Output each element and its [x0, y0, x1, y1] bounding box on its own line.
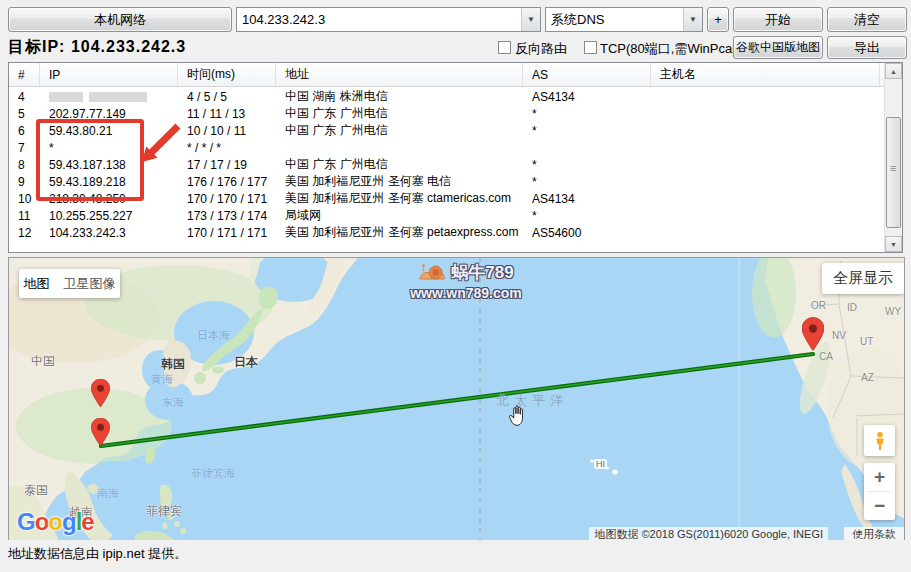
scroll-down-arrow-icon[interactable]: ▼: [885, 236, 902, 252]
dns-select-value: 系统DNS: [546, 11, 683, 29]
table-row[interactable]: 10 218.30.48.250 170 / 170 / 171 美国 加利福尼…: [9, 190, 902, 207]
local-network-button[interactable]: 本机网络: [8, 7, 232, 32]
start-button[interactable]: 开始: [733, 7, 823, 32]
pegman-control[interactable]: [864, 425, 895, 456]
dns-select[interactable]: 系统DNS ▼: [545, 7, 703, 32]
map-pin-california[interactable]: [802, 314, 824, 354]
zoom-out-button[interactable]: −: [864, 492, 895, 520]
map-pin-china-2[interactable]: [91, 418, 110, 446]
map-attribution: 地图数据 ©2018 GS(2011)6020 Google, INEGI: [589, 527, 828, 541]
map-pin-china-1[interactable]: [91, 379, 110, 407]
tcp-checkbox[interactable]: [584, 41, 597, 54]
table-row[interactable]: 5 202.97.77.149 11 / 11 / 13 中国 广东 广州电信 …: [9, 105, 902, 122]
table-row[interactable]: 6 59.43.80.21 10 / 10 / 11 中国 广东 广州电信 *: [9, 122, 902, 139]
zoom-control[interactable]: + −: [864, 463, 895, 520]
route-map[interactable]: 中国 韩国 日本 日本海 黄海 东海 北太平洋 南海 菲律宾海 泰国 越南 菲律…: [8, 257, 905, 542]
trace-table-header: # IP 时间(ms) 地址 AS 主机名: [9, 63, 902, 87]
zoom-in-button[interactable]: +: [864, 463, 895, 491]
google-cn-map-button[interactable]: 谷歌中国版地图: [733, 36, 823, 59]
redacted-ip: [40, 90, 178, 104]
col-header-num[interactable]: #: [9, 63, 40, 86]
google-logo: Google: [17, 508, 94, 536]
reverse-route-checkbox[interactable]: [498, 41, 511, 54]
target-ip-combobox[interactable]: 104.233.242.3 ▼: [236, 7, 541, 32]
fullscreen-button[interactable]: 全屏显示: [822, 263, 904, 294]
col-header-ip[interactable]: IP: [40, 63, 178, 86]
target-ip-value[interactable]: 104.233.242.3: [237, 12, 521, 27]
chevron-down-icon[interactable]: ▼: [683, 8, 702, 31]
target-ip-label: 目标IP: 104.233.242.3: [8, 37, 186, 58]
table-row[interactable]: 7 * * / * / *: [9, 139, 902, 156]
pegman-icon: [871, 431, 889, 451]
table-vertical-scrollbar[interactable]: ▲ ▼: [884, 63, 902, 252]
table-row[interactable]: 11 10.255.255.227 173 / 173 / 174 局域网 *: [9, 207, 902, 224]
hand-cursor-icon: [506, 404, 528, 428]
chevron-down-icon[interactable]: ▼: [521, 8, 540, 31]
col-header-addr[interactable]: 地址: [276, 63, 523, 86]
scrollbar-thumb[interactable]: [886, 117, 901, 228]
table-row[interactable]: 9 59.43.189.218 176 / 176 / 177 美国 加利福尼亚…: [9, 173, 902, 190]
best-trace-window: 本机网络 104.233.242.3 ▼ 系统DNS ▼ + 开始 清空 目标I…: [0, 0, 911, 572]
col-header-host[interactable]: 主机名: [651, 63, 880, 86]
export-button[interactable]: 导出: [827, 36, 907, 59]
reverse-route-label: 反向路由: [515, 40, 567, 58]
add-target-button[interactable]: +: [707, 7, 729, 32]
clear-button[interactable]: 清空: [827, 7, 907, 32]
maptype-map-button[interactable]: 地图: [24, 275, 50, 293]
trace-table: # IP 时间(ms) 地址 AS 主机名 4 4 / 5 / 5 中国 湖南 …: [8, 62, 903, 253]
col-header-as[interactable]: AS: [523, 63, 651, 86]
status-text: 地址数据信息由 ipip.net 提供。: [8, 546, 187, 561]
maptype-control[interactable]: 地图 卫星图像: [19, 269, 120, 298]
scroll-up-arrow-icon[interactable]: ▲: [885, 63, 902, 79]
table-row[interactable]: 4 4 / 5 / 5 中国 湖南 株洲电信 AS4134: [9, 88, 902, 105]
terms-of-use-link[interactable]: 使用条款: [844, 527, 904, 541]
status-bar: 地址数据信息由 ipip.net 提供。: [0, 540, 911, 572]
table-row[interactable]: 8 59.43.187.138 17 / 17 / 19 中国 广东 广州电信 …: [9, 156, 902, 173]
maptype-satellite-button[interactable]: 卫星图像: [64, 275, 116, 293]
map-canvas: [9, 258, 904, 541]
table-row[interactable]: 12 104.233.242.3 170 / 171 / 171 美国 加利福尼…: [9, 224, 902, 241]
col-header-time[interactable]: 时间(ms): [178, 63, 276, 86]
